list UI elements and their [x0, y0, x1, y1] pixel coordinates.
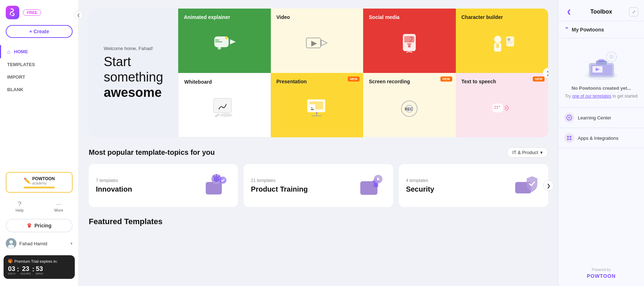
toolbox-learning-center-item[interactable]: Learning Center: [558, 108, 644, 128]
toolbox-empty-state: No Powtoons created yet... Try one of ou…: [558, 38, 644, 108]
svg-rect-67: [570, 136, 571, 138]
card-img-presentation: [277, 84, 358, 132]
pricing-crown-icon: ♛: [27, 222, 31, 229]
toolbox-my-powtoons-label: My Powtoons: [572, 27, 604, 33]
topics-nav-arrow[interactable]: ❯: [543, 180, 554, 191]
svg-marker-4: [230, 39, 236, 44]
svg-point-2: [8, 245, 14, 249]
svg-point-14: [408, 45, 411, 48]
toolbox-empty-text: No Powtoons created yet...: [571, 85, 631, 91]
user-profile-row[interactable]: Fahad Hamid ▾: [0, 235, 78, 252]
card-text-to-speech[interactable]: NEW Text to speech: [456, 73, 548, 137]
powered-by-section: Powered by POWTOON: [558, 261, 644, 286]
hero-title: Start something awesome: [104, 54, 163, 100]
toolbox-templates-link[interactable]: one of our templates: [572, 94, 611, 99]
sidebar-item-templates[interactable]: TEMPLATES: [0, 58, 78, 71]
academy-pencil-line: [24, 187, 55, 188]
learning-center-label: Learning Center: [578, 115, 611, 120]
featured-title: Featured Templates: [89, 217, 548, 226]
sidebar-item-blank[interactable]: BLANK: [0, 83, 78, 96]
topic-card-product-training[interactable]: 21 templates Product Training: [244, 164, 393, 207]
svg-point-45: [214, 176, 219, 182]
svg-rect-23: [214, 98, 231, 113]
powered-by-label: Powered by: [592, 268, 611, 272]
svg-rect-59: [599, 59, 604, 62]
svg-point-8: [225, 36, 228, 39]
hero-section: Welcome home, Fahad! Start something awe…: [89, 9, 548, 137]
svg-point-49: [219, 177, 226, 184]
hero-left: Welcome home, Fahad! Start something awe…: [89, 9, 178, 137]
card-label-presentation: Presentation: [277, 79, 307, 84]
topic-img-product-training: [357, 171, 386, 200]
toolbox-my-powtoons-section: ⌃ My Powtoons: [558, 21, 644, 38]
card-social-media[interactable]: Social media: [363, 9, 456, 73]
create-button[interactable]: + Create: [6, 25, 73, 38]
toolbox-expand-button[interactable]: ⤢: [629, 7, 638, 16]
more-button[interactable]: ··· More: [39, 198, 79, 214]
card-img-character-builder: [462, 20, 543, 67]
svg-point-33: [316, 112, 317, 114]
topics-section-title: Most popular template-topics for you: [89, 148, 215, 157]
topic-card-innovation[interactable]: 7 templates Innovation: [89, 164, 238, 207]
powered-by-logo: POWTOON: [587, 273, 616, 279]
toolbox-my-powtoons-header[interactable]: ⌃ My Powtoons: [558, 21, 644, 38]
card-img-text-to-speech: [462, 84, 543, 132]
card-img-whiteboard: [184, 85, 265, 131]
toolbox-sidebar-expand-button[interactable]: ❮: [564, 7, 574, 16]
toolbox-expand-icon: ⤢: [632, 10, 635, 14]
help-more-row: ? Help ··· More: [0, 196, 78, 217]
card-label-animated-explainer: Animated explainer: [184, 14, 230, 20]
svg-point-24: [220, 113, 233, 117]
svg-rect-25: [215, 113, 220, 117]
sidebar-item-home[interactable]: ⌂ HOME: [0, 45, 78, 58]
academy-box[interactable]: ✏️ POWTOON academy: [6, 172, 73, 193]
svg-marker-10: [321, 40, 327, 46]
svg-rect-18: [496, 44, 499, 48]
card-video[interactable]: Video: [271, 9, 364, 73]
topic-name-product-training: Product Training: [251, 185, 351, 193]
svg-rect-42: [497, 108, 498, 109]
toolbox-title: Toolbox: [590, 9, 612, 15]
card-animated-explainer[interactable]: Animated explainer: [178, 9, 271, 73]
topics-row: 7 templates Innovation 21 template: [89, 164, 548, 207]
new-badge-text-to-speech: NEW: [533, 77, 545, 82]
card-img-social-media: [369, 20, 450, 67]
card-character-builder[interactable]: Character builder: [456, 9, 548, 73]
topic-count-innovation: 7 templates: [96, 178, 196, 183]
toolbox-apps-integrations-item[interactable]: Apps & Integrations: [558, 128, 644, 148]
card-presentation[interactable]: NEW Presentation: [271, 73, 364, 137]
svg-rect-40: [499, 106, 500, 107]
topic-count-product-training: 21 templates: [251, 178, 351, 183]
new-badge-screen-recording: NEW: [440, 77, 452, 82]
learning-center-icon: [564, 113, 574, 123]
card-screen-recording[interactable]: NEW Screen recording REC: [363, 73, 456, 137]
card-img-animated-explainer: [184, 20, 265, 67]
svg-point-5: [218, 46, 221, 50]
app-logo-icon[interactable]: [6, 6, 19, 19]
trial-icon: 🎁: [8, 259, 13, 263]
topic-count-security: 4 templates: [406, 178, 507, 183]
svg-point-63: [609, 54, 614, 59]
topic-img-security: [512, 171, 541, 200]
svg-rect-6: [215, 40, 219, 40]
help-icon: ?: [18, 201, 21, 208]
svg-rect-15: [407, 44, 411, 44]
user-avatar: [6, 238, 16, 249]
topic-card-security[interactable]: 4 templates Security: [399, 164, 548, 207]
sidebar-collapse-button[interactable]: ❮: [74, 11, 83, 19]
card-whiteboard[interactable]: Whiteboard: [178, 73, 271, 137]
user-name: Fahad Hamid: [19, 241, 68, 246]
svg-point-20: [507, 38, 510, 41]
pricing-button[interactable]: ♛ Pricing: [6, 219, 73, 232]
card-img-video: [277, 20, 358, 67]
help-button[interactable]: ? Help: [0, 198, 39, 214]
topics-section-header: Most popular template-topics for you IT …: [89, 147, 548, 158]
sidebar-item-import[interactable]: IMPORT: [0, 71, 78, 83]
topics-dropdown[interactable]: IT & Product ▾: [507, 147, 548, 158]
svg-rect-38: [494, 106, 496, 107]
user-chevron-icon: ▾: [70, 241, 73, 246]
toolbox-panel: ❮ Toolbox ⤢ ⌃ My Powtoons: [558, 0, 644, 286]
sidebar-logo-area: FREE: [0, 6, 78, 25]
svg-rect-29: [311, 109, 314, 110]
svg-point-1: [9, 240, 13, 244]
